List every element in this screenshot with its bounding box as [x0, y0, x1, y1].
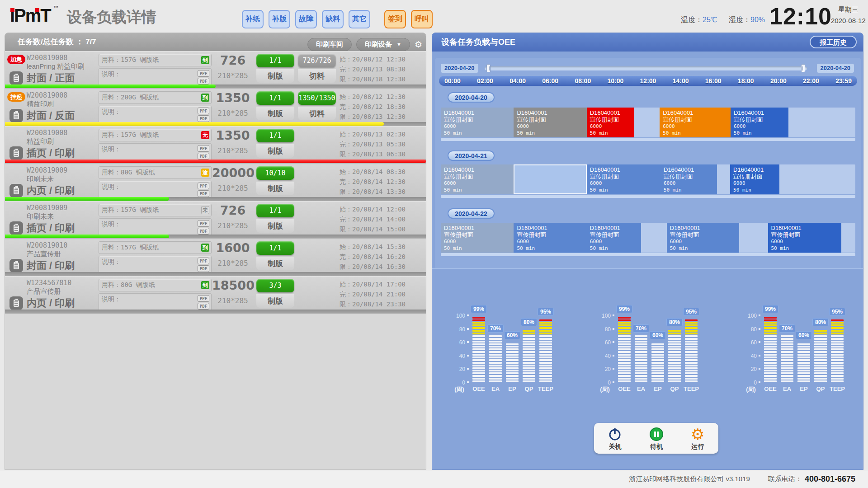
led-segment — [685, 365, 698, 366]
task-row[interactable]: W200819008精益印刷插页 / 印刷用料：157G 铜版纸无说明：PPFP… — [5, 126, 426, 164]
gantt-task-block[interactable]: D16040001宣传册封面600050 min — [587, 108, 634, 137]
task-row[interactable]: W200819010产品宣传册封面 / 印刷用料：157G 铜版纸到说明：PPF… — [5, 239, 426, 276]
plate-stage-button[interactable]: 10/10制版 — [256, 166, 294, 195]
quantity-value: 1600 — [212, 241, 254, 255]
led-segment — [539, 351, 552, 353]
task-row[interactable]: W200819009印刷未来插页 / 印刷用料：157G 铜版纸未说明：PPFP… — [5, 201, 426, 239]
led-segment — [489, 341, 502, 343]
time-tick-label: 23:59 — [835, 77, 852, 84]
topbar-alert-button[interactable]: 签到 — [384, 10, 406, 28]
led-segment — [668, 359, 681, 361]
workshop-button[interactable]: 印刷车间 — [307, 38, 352, 51]
gantt-task-block[interactable]: D16040001宣传册封面600050 min — [514, 223, 586, 253]
oee-panel-header: 设备任务负载与OEE 报工历史 — [432, 33, 863, 52]
led-segment — [668, 335, 681, 337]
plate-stage-button[interactable]: 1/1制版 — [256, 129, 294, 158]
led-segment — [814, 343, 827, 345]
stage-count: 1/1 — [256, 91, 294, 105]
gantt-task-block[interactable]: D16040001宣传册封面600050 min — [514, 108, 586, 137]
gantt-task-block[interactable]: D16040001宣传册封面600050 min — [587, 164, 660, 194]
gear-icon[interactable]: ⚙ — [415, 35, 422, 53]
led-segment — [764, 362, 777, 364]
control-pause[interactable]: 待机 — [650, 426, 663, 451]
led-segment — [685, 375, 698, 377]
gantt-block-text: 宣传册封面 — [590, 173, 657, 180]
gantt-task-block[interactable]: D16040001宣传册封面600050 min — [667, 223, 739, 253]
task-name: 产品宣传册 — [27, 250, 61, 258]
report-history-button[interactable]: 报工历史 — [810, 36, 857, 48]
control-power[interactable]: 关机 — [608, 426, 622, 451]
led-segment — [668, 362, 681, 364]
led-segment — [685, 330, 698, 332]
plate-stage-button[interactable]: 1/1制版 — [256, 54, 294, 83]
x-axis-label: OEE — [761, 385, 779, 392]
led-segment — [635, 338, 647, 340]
led-segment — [814, 357, 827, 358]
gantt-task-block[interactable]: D16040001宣传册封面600050 min — [768, 223, 841, 253]
plate-stage-button[interactable]: 1/1制版 — [256, 91, 294, 120]
led-segment — [635, 346, 647, 347]
led-segment — [539, 354, 552, 356]
led-segment — [539, 370, 552, 371]
slider-handle-right[interactable] — [801, 64, 805, 72]
y-axis-tick — [467, 328, 469, 330]
gantt-block-text: D16040001 — [664, 166, 714, 173]
gantt-task-block[interactable]: D16040001宣传册封面600050 min — [730, 164, 779, 194]
led-segment — [831, 378, 844, 380]
material-status-badge: 到 — [201, 244, 209, 252]
control-gear[interactable]: ⚙运行 — [691, 426, 704, 451]
device-dropdown[interactable]: 印刷设备 ▼ — [356, 38, 410, 51]
cut-stage-button[interactable]: 726/726切料 — [298, 54, 336, 83]
gantt-task-block[interactable]: D16040001宣传册封面600050 min — [660, 108, 731, 137]
topbar-action-button[interactable]: 补纸 — [242, 10, 264, 28]
gantt-task-block[interactable]: D16040001宣传册封面600050 min — [441, 223, 514, 253]
gantt-task-block[interactable]: D16040001宣传册封面600050 min — [731, 108, 788, 137]
gantt-task-block[interactable]: D16040001宣传册封面600050 min — [587, 223, 641, 253]
led-segment — [618, 319, 631, 321]
led-segment — [635, 359, 647, 361]
file-badge-ppf: PPF — [198, 258, 209, 264]
plate-stage-button[interactable]: 3/3制版 — [256, 279, 294, 308]
topbar-alert-button[interactable]: 呼叫 — [411, 10, 433, 28]
led-segment — [831, 335, 844, 337]
task-row[interactable]: W200819009印刷未来内页 / 印刷用料：80G 铜版纸途说明：PPFPD… — [5, 164, 426, 201]
led-segment — [651, 367, 664, 369]
gantt-block-text: 50 min — [670, 245, 736, 252]
gantt-block-text: 6000 — [734, 123, 785, 130]
gantt-task-block[interactable] — [514, 164, 586, 194]
led-segment — [651, 343, 664, 345]
led-segment — [539, 357, 552, 358]
task-row[interactable]: 挂起W200819008精益印刷封面 / 反面用料：200G 铜版纸到说明：PP… — [5, 89, 426, 126]
y-axis-label: 0 — [453, 380, 465, 386]
led-segment — [781, 375, 793, 377]
x-axis-unit: (周) — [453, 385, 466, 394]
cut-stage-button[interactable]: 1350/1350切料 — [298, 91, 336, 120]
y-axis-label: 0 — [744, 380, 757, 386]
gantt-block-text: D16040001 — [444, 166, 510, 173]
task-row[interactable]: 加急W200819008leanPring 精益印刷封面 / 正面用料：157G… — [5, 51, 426, 89]
gantt-task-block[interactable]: D16040001宣传册封面600050 min — [441, 164, 514, 194]
slider-handle-left[interactable] — [486, 64, 491, 72]
progress-track — [5, 160, 426, 163]
material-box: 用料：157G 铜版纸到 — [99, 241, 212, 254]
topbar-action-button[interactable]: 补版 — [269, 10, 290, 28]
led-bar — [523, 329, 535, 382]
gantt-block-text: 宣传册封面 — [734, 116, 785, 123]
led-segment — [618, 324, 631, 326]
date-block: 星期三 2020-08-12 — [831, 5, 866, 24]
material-status-badge: 到 — [201, 281, 209, 289]
topbar-action-button[interactable]: 缺料 — [322, 10, 344, 28]
clipboard-icon — [9, 221, 23, 235]
led-segment — [523, 372, 535, 374]
plate-stage-button[interactable]: 1/1制版 — [256, 241, 294, 270]
led-segment — [685, 348, 698, 350]
gantt-task-block[interactable]: D16040001宣传册封面600050 min — [441, 108, 514, 137]
slider-track[interactable] — [485, 66, 807, 70]
task-row[interactable]: W1234567810产品宣传册内页 / 印刷用料：80G 铜版纸到说明：PPF… — [5, 276, 426, 314]
topbar-action-button[interactable]: 其它 — [349, 10, 370, 28]
led-bar — [635, 334, 647, 382]
chevron-down-icon: ▼ — [396, 42, 401, 47]
plate-stage-button[interactable]: 1/1制版 — [256, 204, 294, 233]
topbar-action-button[interactable]: 故障 — [295, 10, 317, 28]
gantt-task-block[interactable]: D16040001宣传册封面600050 min — [660, 164, 717, 194]
